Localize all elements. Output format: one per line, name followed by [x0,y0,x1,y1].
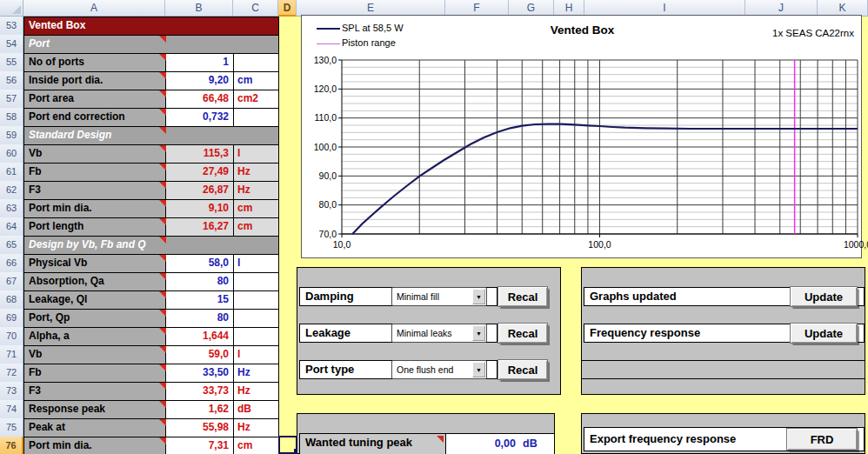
row-header-72[interactable]: 72 [0,364,23,383]
param-value-74[interactable]: 1,62 [165,400,234,419]
frequency-response-update-button[interactable]: Update [790,323,858,344]
leakage-recal-button[interactable]: Recal [497,323,548,344]
param-label-68[interactable]: Leakage, Ql [23,290,166,310]
param-label-72[interactable]: Fb [23,364,166,383]
param-unit-71[interactable]: l [233,345,279,364]
param-label-64[interactable]: Port length [23,217,166,237]
param-label-73[interactable]: F3 [23,382,166,401]
row-header-68[interactable]: 68 [0,290,23,310]
param-value-73[interactable]: 33,73 [165,382,234,401]
param-value-63[interactable]: 9,10 [165,199,234,218]
row-header-62[interactable]: 62 [0,181,23,200]
param-value-76[interactable]: 7,31 [165,437,234,454]
param-unit-76[interactable]: cm [233,437,279,454]
param-value-71[interactable]: 59,0 [165,345,234,364]
table-title-53[interactable]: Vented Box [23,17,279,36]
param-value-67[interactable]: 80 [165,272,234,291]
param-value-61[interactable]: 27,49 [165,163,234,182]
param-unit-75[interactable]: Hz [233,418,279,437]
chevron-down-icon[interactable]: ▼ [472,325,485,341]
tuning-peak-value-cell[interactable]: 0,00 dB [445,433,555,454]
active-cell-d76[interactable] [278,436,297,454]
param-unit-55[interactable] [233,53,279,72]
port-type-recal-button[interactable]: Recal [497,359,548,380]
param-value-68[interactable]: 15 [165,290,234,310]
param-label-76[interactable]: Port min dia. [23,437,166,454]
row-header-61[interactable]: 61 [0,163,23,182]
param-label-56[interactable]: Inside port dia. [23,71,166,90]
row-header-54[interactable]: 54 [0,35,23,54]
param-unit-70[interactable] [233,327,279,346]
section-header-59[interactable]: Standard Design [23,126,279,145]
leakage-dropdown[interactable]: Minimal leaks▼ [391,324,487,343]
param-label-69[interactable]: Port, Qp [23,309,166,328]
row-header-58[interactable]: 58 [0,108,23,127]
param-unit-56[interactable]: cm [233,71,279,90]
row-header-75[interactable]: 75 [0,418,23,437]
param-value-72[interactable]: 33,50 [165,364,234,383]
row-header-57[interactable]: 57 [0,90,23,109]
param-value-66[interactable]: 58,0 [165,254,234,273]
param-unit-72[interactable]: Hz [233,364,279,383]
damping-recal-button[interactable]: Recal [497,286,548,307]
row-header-70[interactable]: 70 [0,327,23,346]
row-header-69[interactable]: 69 [0,309,23,328]
param-value-57[interactable]: 66,48 [165,90,234,109]
param-value-58[interactable]: 0,732 [165,108,234,127]
row-header-56[interactable]: 56 [0,71,23,90]
param-unit-58[interactable] [233,108,279,127]
param-label-71[interactable]: Vb [23,345,166,364]
param-label-62[interactable]: F3 [23,181,166,200]
column-header-c[interactable]: C [233,0,278,17]
param-value-70[interactable]: 1,644 [165,327,234,346]
param-unit-64[interactable]: cm [233,217,279,237]
param-value-69[interactable]: 80 [165,309,234,328]
row-header-73[interactable]: 73 [0,382,23,401]
param-value-60[interactable]: 115,3 [165,144,234,164]
row-header-76[interactable]: 76 [0,437,23,454]
row-header-65[interactable]: 65 [0,236,23,255]
row-header-64[interactable]: 64 [0,217,23,237]
row-header-59[interactable]: 59 [0,126,23,145]
param-label-66[interactable]: Physical Vb [23,254,166,273]
column-header-d[interactable]: D [278,0,297,17]
param-label-58[interactable]: Port end correction [23,108,166,127]
param-unit-68[interactable] [233,290,279,310]
row-header-53[interactable]: 53 [0,17,23,36]
param-unit-67[interactable] [233,272,279,291]
param-value-62[interactable]: 26,87 [165,181,234,200]
spl-chart[interactable]: Vented Box 1x SEAS CA22rnx SPL at 58,5 W… [301,15,862,258]
section-header-65[interactable]: Design by Vb, Fb and Q [23,236,279,255]
param-label-63[interactable]: Port min dia. [23,199,166,218]
param-unit-60[interactable]: l [233,144,279,164]
param-value-75[interactable]: 55,98 [165,418,234,437]
damping-dropdown[interactable]: Minimal fill▼ [391,287,487,306]
param-label-75[interactable]: Peak at [23,418,166,437]
param-label-61[interactable]: Fb [23,163,166,182]
param-unit-73[interactable]: Hz [233,382,279,401]
param-label-74[interactable]: Response peak [23,400,166,419]
param-unit-62[interactable]: Hz [233,181,279,200]
param-label-57[interactable]: Port area [23,90,166,109]
row-header-55[interactable]: 55 [0,53,23,72]
chevron-down-icon[interactable]: ▼ [472,289,485,304]
row-header-66[interactable]: 66 [0,254,23,273]
param-unit-74[interactable]: dB [233,400,279,419]
select-all-corner[interactable] [0,0,23,17]
param-unit-63[interactable]: cm [233,199,279,218]
chevron-down-icon[interactable]: ▼ [472,362,485,377]
row-header-67[interactable]: 67 [0,272,23,291]
param-unit-57[interactable]: cm2 [233,90,279,109]
row-header-63[interactable]: 63 [0,199,23,218]
param-label-60[interactable]: Vb [23,144,166,164]
port-type-dropdown[interactable]: One flush end▼ [391,360,487,379]
param-value-56[interactable]: 9,20 [165,71,234,90]
param-value-55[interactable]: 1 [165,53,234,72]
section-header-54[interactable]: Port [23,35,279,54]
param-label-55[interactable]: No of ports [23,53,166,72]
param-unit-66[interactable]: l [233,254,279,273]
param-unit-69[interactable] [233,309,279,328]
row-header-74[interactable]: 74 [0,400,23,419]
graphs-updated-update-button[interactable]: Update [790,286,858,307]
param-label-67[interactable]: Absorption, Qa [23,272,166,291]
